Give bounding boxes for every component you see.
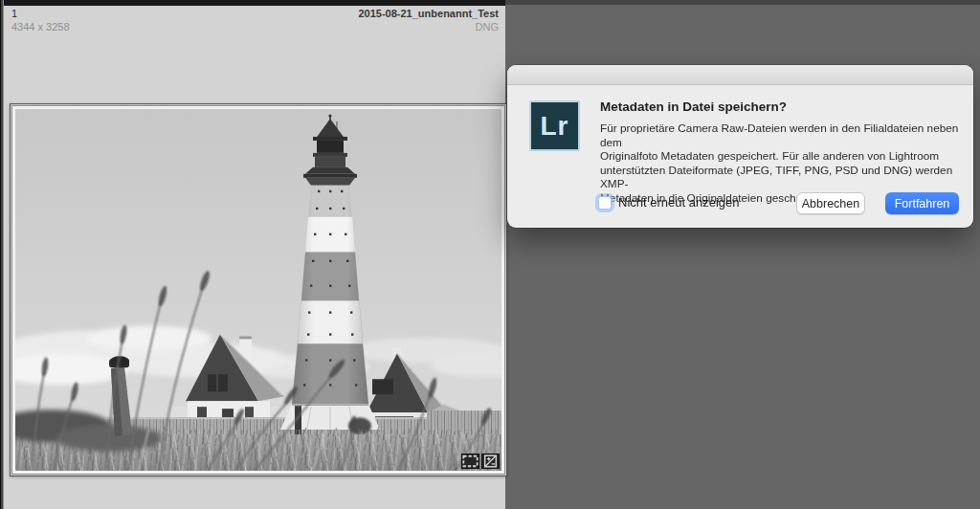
- adjustments-badge-icon[interactable]: [481, 454, 500, 469]
- photo-dimensions-label: 4344 x 3258: [11, 21, 70, 33]
- confirm-button[interactable]: Fortfahren: [885, 192, 959, 214]
- dialog-body-line: Für proprietäre Camera Raw-Dateien werde…: [600, 122, 973, 149]
- photo-frame: [10, 103, 507, 476]
- photo-badges: [461, 454, 500, 469]
- pane-left-edge: [0, 0, 4, 509]
- photo-format-label: DNG: [476, 21, 499, 33]
- dont-show-again-label[interactable]: Nicht erneut anzeigen: [618, 195, 739, 210]
- save-metadata-dialog: Lr Metadaten in Datei speichern? Für pro…: [507, 65, 973, 228]
- dialog-title: Metadaten in Datei speichern?: [600, 100, 787, 114]
- dialog-body-line: unterstützten Dateiformate (JPEG, TIFF, …: [600, 164, 973, 191]
- photo-filename-label: 2015-08-21_unbenannt_Test: [358, 8, 499, 20]
- photo-lighthouse[interactable]: [15, 109, 501, 471]
- photo-index-label: 1: [11, 8, 17, 20]
- cancel-button[interactable]: Abbrechen: [796, 192, 865, 214]
- lightroom-window: 1 4344 x 3258 2015-08-21_unbenannt_Test …: [0, 0, 980, 509]
- loupe-view-pane: 1 4344 x 3258 2015-08-21_unbenannt_Test …: [0, 0, 505, 509]
- crop-badge-icon[interactable]: [461, 454, 479, 469]
- lightroom-logo: Lr: [529, 100, 580, 151]
- pane-top-strip: [0, 0, 505, 6]
- dialog-body-line: Originalfoto Metadaten gespeichert. Für …: [600, 149, 973, 164]
- dialog-titlebar[interactable]: [507, 65, 973, 85]
- dont-show-again-checkbox[interactable]: [598, 196, 612, 210]
- photo-lighthouse-image: [15, 109, 501, 471]
